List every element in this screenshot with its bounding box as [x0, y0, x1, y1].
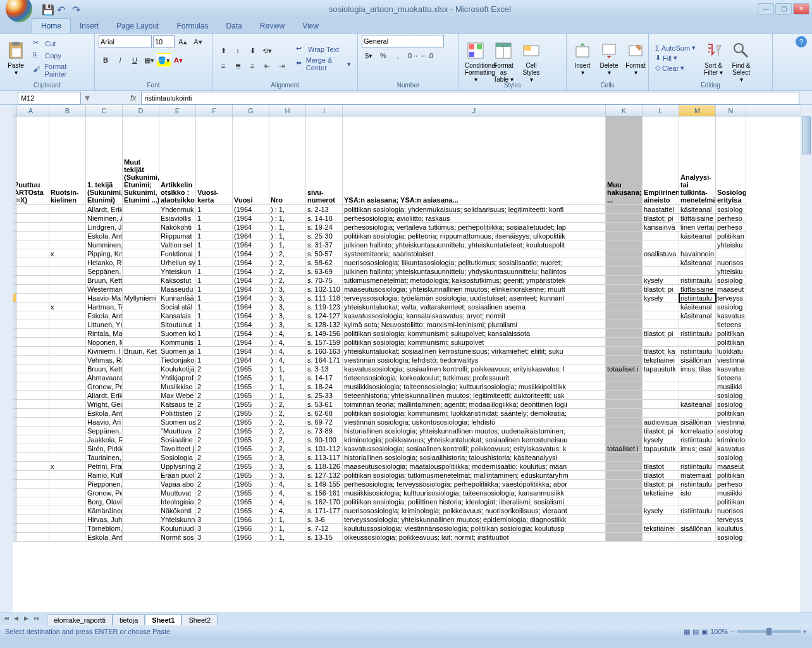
cell[interactable]	[643, 391, 679, 400]
dec-decimal-button[interactable]: ←.0	[420, 49, 434, 63]
sort-filter-button[interactable]: Sort & Filter ▾	[701, 37, 726, 79]
cell[interactable]: Tavoitteet j	[159, 444, 196, 453]
cell[interactable]: kasvatussosiologia; kansalaiskasvatus; a…	[343, 311, 606, 320]
cell[interactable]: s. 73-89	[306, 427, 343, 435]
find-select-button[interactable]: Find & Select ▾	[729, 37, 754, 79]
cell[interactable]: (1965	[233, 462, 269, 471]
view-break-icon[interactable]: ▣	[701, 628, 708, 636]
tab-page-layout[interactable]: Page Layout	[108, 19, 168, 33]
number-format-select[interactable]	[362, 35, 444, 47]
cell[interactable]: (1965	[233, 480, 269, 489]
cell[interactable]: ) : 2,	[269, 427, 306, 435]
cell[interactable]: s. 124-127	[306, 311, 343, 320]
col-header-E[interactable]: E	[159, 105, 196, 116]
cell[interactable]: Eskola, Antti	[86, 232, 123, 240]
cell[interactable]: Riippumat	[159, 232, 196, 240]
row-header[interactable]: 26	[0, 418, 16, 427]
cell[interactable]	[13, 347, 49, 356]
cell[interactable]	[49, 435, 86, 444]
cell[interactable]: politiikan sosiologia; kommunismi; sukup…	[343, 338, 606, 347]
cell[interactable]: (1966	[233, 524, 269, 533]
cell[interactable]: havainnoin	[679, 249, 716, 258]
cell[interactable]	[606, 489, 643, 497]
cell[interactable]	[606, 267, 643, 276]
tab-review[interactable]: Review	[251, 19, 293, 33]
row-header[interactable]: 12	[0, 294, 16, 302]
cell[interactable]: oikeussosiologia; poikkeavuus; lait; nor…	[343, 533, 606, 542]
cell[interactable]	[606, 373, 643, 382]
cell[interactable]: sosiolog	[716, 400, 746, 409]
cell-header-K[interactable]: Muu hakusana; ...	[606, 116, 643, 205]
cell[interactable]	[13, 515, 49, 524]
cell[interactable]	[643, 497, 679, 506]
cell[interactable]	[13, 506, 49, 515]
row-header[interactable]: 1	[0, 116, 16, 205]
redo-icon[interactable]: ↷	[72, 4, 82, 14]
cell[interactable]: sosiolog	[716, 533, 746, 542]
cell[interactable]	[123, 364, 159, 373]
cell[interactable]: (1964	[233, 302, 269, 311]
cell[interactable]: ) : 2,	[269, 444, 306, 453]
cell[interactable]	[49, 480, 86, 489]
cell[interactable]: totaaliset i	[606, 444, 643, 453]
cell[interactable]: ) : 1,	[269, 364, 306, 373]
cell[interactable]: tieteenhistoria; yhteiskunnallinen muuto…	[343, 391, 606, 400]
cell[interactable]	[123, 409, 159, 418]
cell[interactable]: politiikan sosiologia; kommunismi; luokk…	[343, 409, 606, 418]
cell[interactable]	[606, 506, 643, 515]
cell[interactable]: (1964	[233, 347, 269, 356]
cell[interactable]	[49, 409, 86, 418]
cell[interactable]: (1964	[233, 294, 269, 302]
cell[interactable]: (1964	[233, 214, 269, 223]
cell[interactable]	[643, 320, 679, 329]
cell[interactable]: Erään puol	[159, 471, 196, 480]
cell[interactable]	[123, 240, 159, 249]
cell[interactable]	[123, 418, 159, 427]
cell[interactable]: Esiaviollis	[159, 214, 196, 223]
cell[interactable]: (1965	[233, 409, 269, 418]
cell[interactable]: 2	[196, 373, 233, 382]
cell[interactable]	[49, 338, 86, 347]
cell[interactable]: Max Webe	[159, 391, 196, 400]
cell[interactable]: imus; tilas	[679, 364, 716, 373]
cell[interactable]: ) : 4,	[269, 347, 306, 356]
cell[interactable]	[13, 400, 49, 409]
cell[interactable]: käsiteanal	[679, 400, 716, 409]
cell[interactable]: korrelaatio	[679, 427, 716, 435]
cell[interactable]: 1	[196, 294, 233, 302]
cell[interactable]	[606, 533, 643, 542]
row-header[interactable]: 15	[0, 320, 16, 329]
cell[interactable]: ) : 2,	[269, 435, 306, 444]
fx-icon[interactable]: fx	[130, 94, 136, 103]
cell[interactable]: ) : 3,	[269, 311, 306, 320]
cell[interactable]	[49, 453, 86, 462]
cell[interactable]: (1965	[233, 418, 269, 427]
cell[interactable]: Hirvas, Juhani	[86, 515, 123, 524]
row-header[interactable]: 29	[0, 444, 16, 453]
cell[interactable]	[606, 418, 643, 427]
cell[interactable]: Piepponen, Paavo	[86, 480, 123, 489]
row-header[interactable]: 36	[0, 506, 16, 515]
tab-view[interactable]: View	[293, 19, 328, 33]
cell[interactable]	[606, 427, 643, 435]
cell[interactable]	[606, 214, 643, 223]
cell[interactable]	[123, 267, 159, 276]
minimize-button[interactable]: —	[758, 3, 774, 15]
sheet-tab-Sheet1[interactable]: Sheet1	[145, 614, 181, 625]
cell[interactable]: (1966	[233, 533, 269, 542]
cell[interactable]	[13, 471, 49, 480]
cell[interactable]: Lindgren, Jarl	[86, 223, 123, 232]
cell[interactable]: tieteens	[716, 320, 746, 329]
cell[interactable]: 1	[196, 276, 233, 285]
cell[interactable]	[13, 223, 49, 232]
col-header-C[interactable]: C	[86, 105, 123, 116]
cell[interactable]	[606, 480, 643, 489]
cell[interactable]: yhteiskuntaluokat; sosiaalinen kerrostun…	[343, 347, 606, 356]
cell[interactable]: Törneblom, Helena	[86, 524, 123, 533]
cell[interactable]: nuorisos	[716, 258, 746, 267]
cell[interactable]	[49, 258, 86, 267]
row-header[interactable]: 37	[0, 515, 16, 524]
cell[interactable]: perheso	[716, 214, 746, 223]
cell[interactable]	[679, 267, 716, 276]
cell[interactable]	[13, 480, 49, 489]
